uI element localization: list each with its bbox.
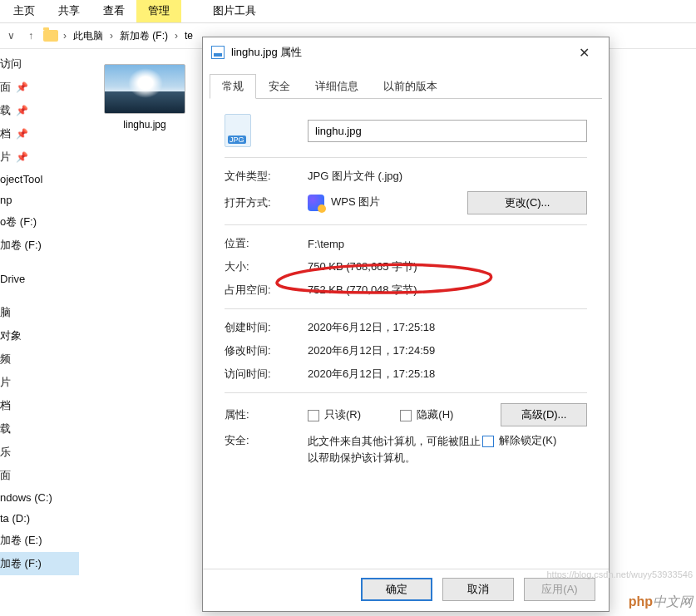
ok-button[interactable]: 确定 — [361, 578, 432, 601]
tab-details[interactable]: 详细信息 — [303, 74, 371, 99]
sidebar-item[interactable]: 片📌 — [0, 145, 79, 169]
ribbon-tab-share[interactable]: 共享 — [47, 0, 91, 22]
sidebar-item[interactable]: Drive — [0, 269, 79, 289]
chevron-right-icon[interactable]: › — [63, 30, 67, 42]
unblock-label: 解除锁定(K) — [499, 434, 556, 446]
properties-dialog: linghu.jpg 属性 ✕ 常规 安全 详细信息 以前的版本 JPG 文件类… — [202, 37, 610, 612]
sidebar-item[interactable]: ojectTool — [0, 169, 79, 190]
value-accessed: 2020年6月12日，17:25:18 — [308, 367, 587, 382]
tab-security[interactable]: 安全 — [256, 74, 303, 99]
sidebar-item[interactable]: 加卷 (E:) — [0, 529, 79, 552]
image-thumbnail — [104, 64, 185, 114]
chevron-right-icon[interactable]: › — [110, 30, 113, 42]
apply-button[interactable]: 应用(A) — [524, 578, 595, 601]
label-size: 大小: — [225, 259, 308, 274]
sidebar-item[interactable]: 频 — [0, 347, 79, 371]
cancel-button[interactable]: 取消 — [442, 578, 514, 601]
readonly-checkbox[interactable] — [308, 410, 319, 421]
crumb-drive[interactable]: 新加卷 (F:) — [118, 29, 170, 43]
watermark-url: https://blog.csdn.net/wuyy53933546 — [546, 569, 693, 579]
filename-input[interactable] — [308, 120, 587, 142]
file-thumbnail[interactable]: linghu.jpg — [104, 64, 185, 131]
value-modified: 2020年6月12日，17:24:59 — [308, 343, 587, 358]
sidebar-item[interactable]: 访问 — [0, 52, 79, 76]
folder-icon — [43, 30, 58, 42]
watermark-brand: phpphp中文网中文网 — [629, 594, 693, 611]
ribbon-tabs: 主页 共享 查看 管理 图片工具 temp — [0, 0, 696, 23]
label-location: 位置: — [225, 236, 308, 251]
hidden-label: 隐藏(H) — [417, 408, 453, 421]
value-openwith: WPS 图片 — [308, 195, 467, 211]
sidebar-item[interactable]: 脑 — [0, 301, 79, 324]
crumb-pc[interactable]: 此电脑 — [72, 29, 105, 43]
sidebar-item[interactable]: 加卷 (F:) — [0, 234, 79, 257]
dialog-title: linghu.jpg 属性 — [231, 45, 302, 60]
close-icon[interactable]: ✕ — [567, 42, 600, 62]
sidebar-item[interactable]: 片 — [0, 371, 79, 394]
change-openwith-button[interactable]: 更改(C)... — [467, 191, 587, 214]
value-sizeondisk: 752 KB (770,048 字节) — [308, 283, 587, 298]
sidebar-item[interactable]: 载 — [0, 417, 79, 441]
jpg-file-icon: JPG — [225, 114, 251, 147]
sidebar-item[interactable]: 对象 — [0, 324, 79, 347]
value-size: 750 KB (768,665 字节) — [308, 259, 587, 274]
label-sizeondisk: 占用空间: — [225, 283, 308, 298]
sidebar-item[interactable]: 乐 — [0, 441, 79, 464]
sidebar-item[interactable]: 面📌 — [0, 76, 79, 99]
ribbon-tab-home[interactable]: 主页 — [2, 0, 47, 22]
value-filetype: JPG 图片文件 (.jpg) — [308, 169, 587, 184]
sidebar-item[interactable]: 档📌 — [0, 122, 79, 145]
sidebar-item[interactable]: 面 — [0, 464, 79, 487]
readonly-label: 只读(R) — [324, 408, 361, 421]
file-label: linghu.jpg — [104, 119, 185, 131]
sidebar: 访问 面📌 载📌 档📌 片📌 ojectTool np o卷 (F:) 加卷 (… — [0, 49, 79, 614]
nav-up-icon[interactable]: ↑ — [23, 28, 38, 43]
sidebar-item[interactable]: o卷 (F:) — [0, 210, 79, 234]
hidden-checkbox[interactable] — [400, 410, 412, 421]
image-file-icon — [211, 46, 225, 59]
ribbon-tab-view[interactable]: 查看 — [91, 0, 136, 22]
security-message: 此文件来自其他计算机，可能被阻止以帮助保护该计算机。 — [308, 433, 482, 466]
sidebar-item[interactable]: np — [0, 190, 79, 210]
label-accessed: 访问时间: — [225, 367, 308, 382]
label-modified: 修改时间: — [225, 343, 308, 358]
ribbon-context-tab[interactable]: 图片工具 — [201, 0, 268, 22]
nav-back-icon[interactable]: ∨ — [3, 28, 18, 43]
sidebar-item[interactable]: ta (D:) — [0, 508, 79, 529]
chevron-right-icon[interactable]: › — [175, 30, 178, 42]
tab-general[interactable]: 常规 — [210, 74, 256, 99]
label-openwith: 打开方式: — [225, 195, 308, 210]
properties-tabs: 常规 安全 详细信息 以前的版本 — [210, 74, 602, 99]
label-attributes: 属性: — [225, 407, 308, 422]
dialog-titlebar[interactable]: linghu.jpg 属性 ✕ — [203, 37, 609, 67]
label-created: 创建时间: — [225, 320, 308, 335]
ribbon-context-group: 管理 — [136, 0, 181, 22]
label-filetype: 文件类型: — [225, 169, 308, 184]
crumb-folder[interactable]: te — [183, 30, 195, 42]
sidebar-item[interactable]: 加卷 (F:) — [0, 552, 79, 575]
wps-icon — [308, 195, 324, 211]
value-created: 2020年6月12日，17:25:18 — [308, 320, 587, 335]
value-location: F:\temp — [308, 238, 587, 250]
advanced-button[interactable]: 高级(D)... — [501, 403, 587, 426]
sidebar-item[interactable]: ndows (C:) — [0, 487, 79, 508]
unblock-checkbox[interactable] — [482, 436, 494, 447]
tab-previous-versions[interactable]: 以前的版本 — [371, 74, 450, 99]
sidebar-item[interactable]: 档 — [0, 394, 79, 417]
sidebar-item[interactable]: 载📌 — [0, 99, 79, 122]
label-security: 安全: — [225, 433, 308, 448]
